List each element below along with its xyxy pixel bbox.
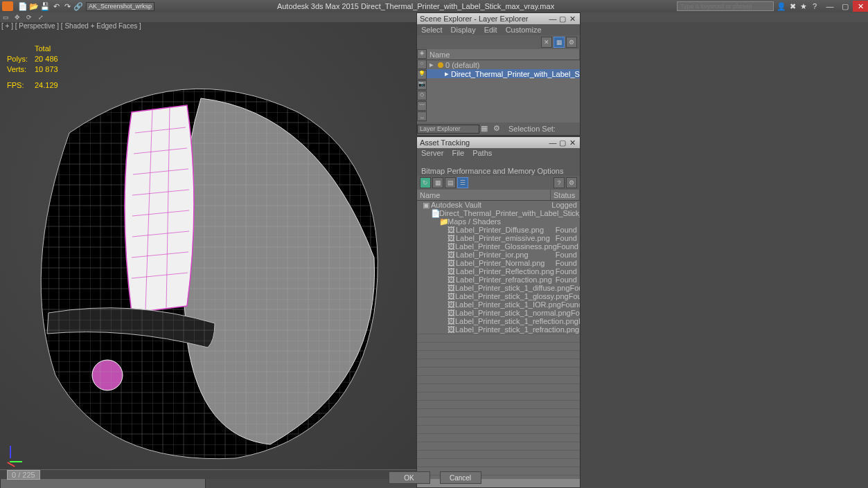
asset-row[interactable]: 🖼Label_Printer_stick_1_IOR.pngFound bbox=[417, 300, 580, 309]
asset-max-icon[interactable]: ▢ bbox=[558, 138, 567, 147]
asset-btn4-icon[interactable]: ☰ bbox=[457, 177, 468, 188]
asset-row[interactable]: 🖼Label_Printer_stick_1_diffuse.pngFound bbox=[417, 284, 580, 292]
asset-row[interactable]: 🖼Label_Printer_Normal.pngFound bbox=[417, 259, 580, 267]
filter-geom-icon[interactable]: ◈ bbox=[417, 49, 427, 59]
app-titlebar: 📄 📂 💾 ↶ ↷ 🔗 AK_Screenshot_wrksp Autodesk… bbox=[0, 0, 868, 12]
scene-explorer-menubar: Select Display Edit Customize bbox=[417, 24, 580, 35]
asset-row[interactable]: 🖼Label_Printer_Reflection.pngFound bbox=[417, 267, 580, 275]
viewport-stats: Total Polys:20 486 Verts:10 873 FPS:24.1… bbox=[6, 43, 65, 91]
star-icon[interactable]: ★ bbox=[799, 1, 808, 11]
panel-min-icon[interactable]: — bbox=[548, 15, 558, 23]
menu-edit[interactable]: Edit bbox=[484, 26, 497, 34]
asset-opts-icon[interactable]: ⚙ bbox=[566, 177, 577, 188]
svg-point-11 bbox=[92, 360, 123, 390]
cancel-button[interactable]: Cancel bbox=[440, 471, 481, 484]
selection-set-label: Selection Set: bbox=[508, 125, 556, 133]
filter-helper-icon[interactable]: ◇ bbox=[417, 91, 427, 100]
asset-row[interactable]: 🖼Label_Printer_emissive.pngFound bbox=[417, 234, 580, 242]
link-icon[interactable]: 🔗 bbox=[73, 1, 83, 11]
asset-btn2-icon[interactable]: ▦ bbox=[432, 177, 443, 188]
select-tool-icon[interactable]: ▭ bbox=[0, 12, 11, 22]
signin-icon[interactable]: 👤 bbox=[777, 1, 786, 11]
asset-tracking-panel: Asset Tracking —▢✕ Server File Paths Bit… bbox=[416, 136, 581, 488]
asset-row[interactable]: 🖼Label_Printer_stick_1_glossy.pngFound bbox=[417, 292, 580, 300]
layer-item-printer[interactable]: ▸Direct_Thermal_Printer_with_Label_Stick bbox=[427, 69, 580, 78]
undo-icon[interactable]: ↶ bbox=[51, 1, 61, 11]
layer-btn1-icon[interactable]: ▦ bbox=[481, 124, 492, 134]
filter-cam-icon[interactable]: 📷 bbox=[417, 80, 427, 90]
asset-menu-paths[interactable]: Paths bbox=[472, 148, 492, 158]
redo-icon[interactable]: ↷ bbox=[62, 1, 72, 11]
col-name[interactable]: Name bbox=[427, 49, 580, 60]
asset-menu-file[interactable]: File bbox=[452, 148, 464, 158]
help-search-input[interactable] bbox=[677, 1, 774, 11]
filter-light-icon[interactable]: 💡 bbox=[417, 70, 427, 80]
asset-refresh-icon[interactable]: ↻ bbox=[420, 177, 431, 188]
help-icon[interactable]: ? bbox=[810, 1, 820, 11]
asset-row[interactable]: 🖼Label_Printer_stick_1_refraction.pngFou… bbox=[417, 325, 580, 334]
app-logo-icon bbox=[2, 1, 13, 11]
menu-customize[interactable]: Customize bbox=[506, 26, 542, 34]
asset-row[interactable]: 🖼Label_Printer_stick_1_normal.pngFound bbox=[417, 309, 580, 317]
filter-layer-icon[interactable]: ▦ bbox=[553, 37, 565, 48]
maximize-button[interactable]: ▢ bbox=[838, 1, 853, 12]
minimize-button[interactable]: — bbox=[822, 1, 838, 12]
layer-root[interactable]: ▸0 (default) bbox=[427, 60, 580, 69]
panel-max-icon[interactable]: ▢ bbox=[558, 15, 567, 24]
asset-row[interactable]: 🖼Label_Printer_Glossiness.pngFound bbox=[417, 242, 580, 251]
filter-space-icon[interactable]: 〰 bbox=[417, 101, 427, 111]
asset-btn3-icon[interactable]: ▤ bbox=[445, 177, 456, 188]
rotate-tool-icon[interactable]: ⟳ bbox=[24, 12, 35, 22]
viewport-label[interactable]: [ + ] [ Perspective ] [ Shaded + Edged F… bbox=[1, 22, 141, 30]
asset-row[interactable]: 🖼Label_Printer_refraction.pngFound bbox=[417, 275, 580, 284]
new-icon[interactable]: 📄 bbox=[18, 1, 28, 11]
asset-min-icon[interactable]: — bbox=[548, 138, 558, 147]
save-icon[interactable]: 💾 bbox=[40, 1, 50, 11]
asset-row[interactable]: 🖼Label_Printer_Diffuse.pngFound bbox=[417, 226, 580, 234]
filter-props-icon[interactable]: ⚙ bbox=[566, 37, 577, 48]
scale-tool-icon[interactable]: ⤢ bbox=[35, 12, 46, 22]
perspective-viewport[interactable]: [ + ] [ Perspective ] [ Shaded + Edged F… bbox=[0, 22, 416, 479]
menu-select[interactable]: Select bbox=[421, 26, 443, 34]
menu-display[interactable]: Display bbox=[451, 26, 476, 34]
asset-row[interactable]: 📁Maps / Shaders bbox=[417, 217, 580, 226]
asset-close-icon[interactable]: ✕ bbox=[567, 138, 577, 147]
asset-menu-server[interactable]: Server bbox=[421, 148, 443, 158]
layer-mode-dropdown[interactable]: Layer Explorer bbox=[417, 125, 479, 134]
layer-btn2-icon[interactable]: ⚙ bbox=[493, 124, 504, 134]
close-button[interactable]: ✕ bbox=[853, 1, 868, 12]
scene-explorer-panel: Scene Explorer - Layer Explorer —▢✕ Sele… bbox=[416, 12, 581, 136]
app-title-text: Autodesk 3ds Max 2015 Direct_Thermal_Pri… bbox=[154, 2, 677, 10]
asset-col-name[interactable]: Name bbox=[417, 190, 551, 200]
asset-row[interactable]: 📄Direct_Thermal_Printer_with_Label_Stick… bbox=[417, 209, 580, 217]
asset-col-status[interactable]: Status bbox=[551, 190, 580, 200]
filter-clear-icon[interactable]: ✕ bbox=[541, 37, 552, 48]
move-tool-icon[interactable]: ✥ bbox=[12, 12, 23, 22]
axis-gizmo-icon bbox=[6, 446, 26, 467]
asset-list: ▣Autodesk VaultLogged📄Direct_Thermal_Pri… bbox=[417, 201, 580, 485]
ok-button[interactable]: OK bbox=[389, 471, 430, 484]
asset-menubar: Server File Paths Bitmap Performance and… bbox=[417, 148, 580, 176]
asset-title: Asset Tracking bbox=[420, 138, 470, 147]
keys-icon[interactable]: ✖ bbox=[788, 1, 797, 11]
panel-close-icon[interactable]: ✕ bbox=[567, 15, 577, 24]
filter-bone-icon[interactable]: ⎯ bbox=[417, 111, 427, 121]
asset-row[interactable]: 🖼Label_Printer_stick_1_reflection.pngFou… bbox=[417, 317, 580, 325]
asset-help-icon[interactable]: ? bbox=[553, 177, 565, 188]
asset-row[interactable]: ▣Autodesk VaultLogged bbox=[417, 201, 580, 209]
asset-menu-bitmap[interactable]: Bitmap Performance and Memory Options bbox=[421, 166, 563, 176]
scene-explorer-title: Scene Explorer - Layer Explorer bbox=[420, 15, 529, 23]
workspace-dropdown[interactable]: AK_Screenshot_wrksp bbox=[86, 2, 154, 11]
filter-shape-icon[interactable]: ○ bbox=[417, 60, 427, 69]
printer-mesh bbox=[7, 50, 402, 479]
asset-row[interactable]: 🖼Label_Printer_ior.pngFound bbox=[417, 251, 580, 259]
open-icon[interactable]: 📂 bbox=[29, 1, 39, 11]
